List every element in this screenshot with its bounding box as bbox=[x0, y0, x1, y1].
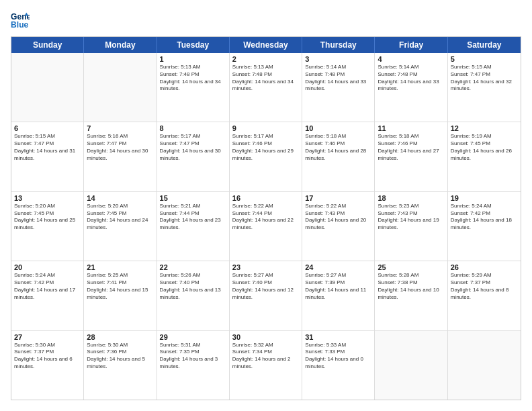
day-info: Sunrise: 5:20 AM Sunset: 7:45 PM Dayligh… bbox=[87, 203, 153, 232]
day-info: Sunrise: 5:16 AM Sunset: 7:47 PM Dayligh… bbox=[87, 133, 153, 162]
day-info: Sunrise: 5:13 AM Sunset: 7:48 PM Dayligh… bbox=[232, 64, 299, 93]
day-info: Sunrise: 5:31 AM Sunset: 7:35 PM Dayligh… bbox=[160, 342, 226, 371]
day-info: Sunrise: 5:23 AM Sunset: 7:43 PM Dayligh… bbox=[378, 203, 444, 232]
day-info: Sunrise: 5:13 AM Sunset: 7:48 PM Dayligh… bbox=[160, 64, 226, 93]
day-cell-4: 4Sunrise: 5:14 AM Sunset: 7:48 PM Daylig… bbox=[375, 53, 447, 122]
day-cell-23: 23Sunrise: 5:27 AM Sunset: 7:40 PM Dayli… bbox=[230, 261, 302, 330]
day-number: 19 bbox=[451, 194, 518, 202]
day-cell-5: 5Sunrise: 5:15 AM Sunset: 7:47 PM Daylig… bbox=[448, 53, 521, 122]
day-info: Sunrise: 5:33 AM Sunset: 7:33 PM Dayligh… bbox=[305, 342, 371, 371]
day-number: 6 bbox=[14, 124, 81, 132]
day-header-tuesday: Tuesday bbox=[157, 37, 230, 53]
day-info: Sunrise: 5:25 AM Sunset: 7:41 PM Dayligh… bbox=[87, 272, 153, 301]
day-number: 1 bbox=[160, 55, 226, 63]
day-number: 8 bbox=[160, 124, 226, 132]
day-cell-19: 19Sunrise: 5:24 AM Sunset: 7:42 PM Dayli… bbox=[448, 192, 521, 261]
empty-cell bbox=[375, 331, 447, 400]
calendar-header: SundayMondayTuesdayWednesdayThursdayFrid… bbox=[11, 37, 521, 53]
day-cell-10: 10Sunrise: 5:18 AM Sunset: 7:46 PM Dayli… bbox=[302, 122, 375, 191]
calendar-page: General Blue SundayMondayTuesdayWednesda… bbox=[0, 0, 532, 411]
day-cell-31: 31Sunrise: 5:33 AM Sunset: 7:33 PM Dayli… bbox=[302, 331, 375, 400]
day-info: Sunrise: 5:19 AM Sunset: 7:45 PM Dayligh… bbox=[451, 133, 518, 162]
logo-icon: General Blue bbox=[11, 11, 30, 30]
day-cell-24: 24Sunrise: 5:27 AM Sunset: 7:39 PM Dayli… bbox=[302, 261, 375, 330]
empty-cell bbox=[84, 53, 157, 122]
day-info: Sunrise: 5:30 AM Sunset: 7:36 PM Dayligh… bbox=[87, 342, 153, 371]
day-number: 9 bbox=[232, 124, 299, 132]
day-number: 7 bbox=[87, 124, 153, 132]
day-info: Sunrise: 5:15 AM Sunset: 7:47 PM Dayligh… bbox=[14, 133, 81, 162]
day-cell-13: 13Sunrise: 5:20 AM Sunset: 7:45 PM Dayli… bbox=[11, 192, 84, 261]
day-cell-28: 28Sunrise: 5:30 AM Sunset: 7:36 PM Dayli… bbox=[84, 331, 157, 400]
week-row-4: 20Sunrise: 5:24 AM Sunset: 7:42 PM Dayli… bbox=[11, 261, 521, 330]
page-header: General Blue bbox=[11, 11, 521, 30]
day-number: 22 bbox=[160, 263, 226, 271]
day-cell-21: 21Sunrise: 5:25 AM Sunset: 7:41 PM Dayli… bbox=[84, 261, 157, 330]
empty-cell bbox=[448, 331, 521, 400]
day-cell-6: 6Sunrise: 5:15 AM Sunset: 7:47 PM Daylig… bbox=[11, 122, 84, 191]
day-number: 11 bbox=[378, 124, 444, 132]
day-cell-7: 7Sunrise: 5:16 AM Sunset: 7:47 PM Daylig… bbox=[84, 122, 157, 191]
week-row-5: 27Sunrise: 5:30 AM Sunset: 7:37 PM Dayli… bbox=[11, 330, 521, 400]
day-info: Sunrise: 5:17 AM Sunset: 7:47 PM Dayligh… bbox=[160, 133, 226, 162]
day-info: Sunrise: 5:22 AM Sunset: 7:44 PM Dayligh… bbox=[232, 203, 299, 232]
day-cell-29: 29Sunrise: 5:31 AM Sunset: 7:35 PM Dayli… bbox=[157, 331, 230, 400]
day-cell-27: 27Sunrise: 5:30 AM Sunset: 7:37 PM Dayli… bbox=[11, 331, 84, 400]
day-info: Sunrise: 5:14 AM Sunset: 7:48 PM Dayligh… bbox=[378, 64, 444, 93]
day-number: 21 bbox=[87, 263, 153, 271]
day-info: Sunrise: 5:18 AM Sunset: 7:46 PM Dayligh… bbox=[305, 133, 371, 162]
day-number: 15 bbox=[160, 194, 226, 202]
day-header-saturday: Saturday bbox=[448, 37, 521, 53]
week-row-1: 1Sunrise: 5:13 AM Sunset: 7:48 PM Daylig… bbox=[11, 53, 521, 122]
day-number: 13 bbox=[14, 194, 81, 202]
day-info: Sunrise: 5:26 AM Sunset: 7:40 PM Dayligh… bbox=[160, 272, 226, 301]
day-number: 10 bbox=[305, 124, 371, 132]
day-cell-18: 18Sunrise: 5:23 AM Sunset: 7:43 PM Dayli… bbox=[375, 192, 447, 261]
day-number: 20 bbox=[14, 263, 81, 271]
day-number: 25 bbox=[378, 263, 444, 271]
day-header-monday: Monday bbox=[84, 37, 157, 53]
day-cell-15: 15Sunrise: 5:21 AM Sunset: 7:44 PM Dayli… bbox=[157, 192, 230, 261]
week-row-3: 13Sunrise: 5:20 AM Sunset: 7:45 PM Dayli… bbox=[11, 191, 521, 261]
day-cell-3: 3Sunrise: 5:14 AM Sunset: 7:48 PM Daylig… bbox=[302, 53, 375, 122]
day-cell-26: 26Sunrise: 5:29 AM Sunset: 7:37 PM Dayli… bbox=[448, 261, 521, 330]
day-header-friday: Friday bbox=[375, 37, 447, 53]
day-cell-20: 20Sunrise: 5:24 AM Sunset: 7:42 PM Dayli… bbox=[11, 261, 84, 330]
day-number: 2 bbox=[232, 55, 299, 63]
empty-cell bbox=[11, 53, 84, 122]
day-number: 23 bbox=[232, 263, 299, 271]
day-info: Sunrise: 5:29 AM Sunset: 7:37 PM Dayligh… bbox=[451, 272, 518, 301]
day-info: Sunrise: 5:21 AM Sunset: 7:44 PM Dayligh… bbox=[160, 203, 226, 232]
day-cell-11: 11Sunrise: 5:18 AM Sunset: 7:46 PM Dayli… bbox=[375, 122, 447, 191]
day-info: Sunrise: 5:24 AM Sunset: 7:42 PM Dayligh… bbox=[14, 272, 81, 301]
svg-text:Blue: Blue bbox=[11, 20, 29, 30]
logo: General Blue bbox=[11, 11, 30, 30]
day-number: 5 bbox=[451, 55, 518, 63]
day-number: 30 bbox=[232, 333, 299, 341]
day-info: Sunrise: 5:27 AM Sunset: 7:39 PM Dayligh… bbox=[305, 272, 371, 301]
day-number: 18 bbox=[378, 194, 444, 202]
day-number: 28 bbox=[87, 333, 153, 341]
day-info: Sunrise: 5:20 AM Sunset: 7:45 PM Dayligh… bbox=[14, 203, 81, 232]
calendar-body: 1Sunrise: 5:13 AM Sunset: 7:48 PM Daylig… bbox=[11, 53, 521, 400]
day-number: 31 bbox=[305, 333, 371, 341]
day-cell-2: 2Sunrise: 5:13 AM Sunset: 7:48 PM Daylig… bbox=[230, 53, 302, 122]
calendar: SundayMondayTuesdayWednesdayThursdayFrid… bbox=[11, 36, 521, 400]
day-header-wednesday: Wednesday bbox=[230, 37, 302, 53]
day-cell-9: 9Sunrise: 5:17 AM Sunset: 7:46 PM Daylig… bbox=[230, 122, 302, 191]
day-info: Sunrise: 5:24 AM Sunset: 7:42 PM Dayligh… bbox=[451, 203, 518, 232]
day-number: 4 bbox=[378, 55, 444, 63]
day-info: Sunrise: 5:18 AM Sunset: 7:46 PM Dayligh… bbox=[378, 133, 444, 162]
day-info: Sunrise: 5:32 AM Sunset: 7:34 PM Dayligh… bbox=[232, 342, 299, 371]
day-number: 27 bbox=[14, 333, 81, 341]
day-cell-12: 12Sunrise: 5:19 AM Sunset: 7:45 PM Dayli… bbox=[448, 122, 521, 191]
day-cell-16: 16Sunrise: 5:22 AM Sunset: 7:44 PM Dayli… bbox=[230, 192, 302, 261]
day-info: Sunrise: 5:17 AM Sunset: 7:46 PM Dayligh… bbox=[232, 133, 299, 162]
day-info: Sunrise: 5:22 AM Sunset: 7:43 PM Dayligh… bbox=[305, 203, 371, 232]
day-number: 16 bbox=[232, 194, 299, 202]
day-number: 14 bbox=[87, 194, 153, 202]
day-info: Sunrise: 5:14 AM Sunset: 7:48 PM Dayligh… bbox=[305, 64, 371, 93]
day-number: 26 bbox=[451, 263, 518, 271]
day-number: 17 bbox=[305, 194, 371, 202]
day-cell-17: 17Sunrise: 5:22 AM Sunset: 7:43 PM Dayli… bbox=[302, 192, 375, 261]
